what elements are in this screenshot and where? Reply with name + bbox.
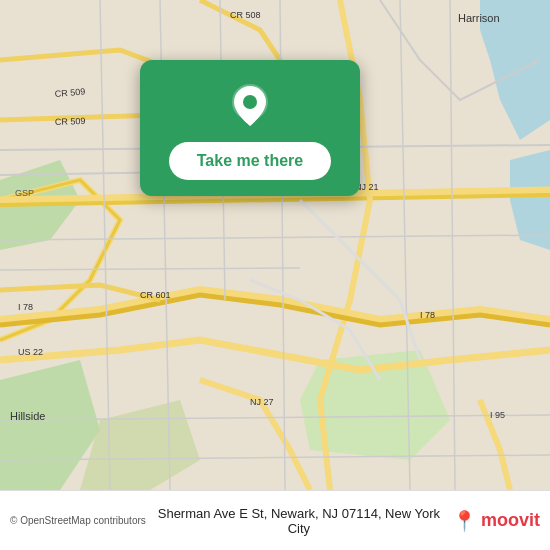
svg-text:I 95: I 95 [490, 410, 505, 420]
svg-text:I 78: I 78 [18, 302, 33, 312]
svg-point-34 [243, 95, 257, 109]
svg-text:CR 509: CR 509 [55, 116, 86, 127]
take-me-there-button[interactable]: Take me there [169, 142, 331, 180]
bottom-bar: © OpenStreetMap contributors Sherman Ave… [0, 490, 550, 550]
moovit-brand: 📍 moovit [452, 509, 540, 533]
svg-text:US 22: US 22 [18, 347, 43, 357]
svg-text:CR 601: CR 601 [140, 290, 171, 300]
address-text: Sherman Ave E St, Newark, NJ 07114, New … [154, 506, 444, 536]
navigation-card[interactable]: Take me there [140, 60, 360, 196]
map-container: Newark Harrison Hillside CR 509 CR 509 C… [0, 0, 550, 490]
svg-text:I 78: I 78 [420, 310, 435, 320]
openstreetmap-credit: © OpenStreetMap contributors [10, 515, 146, 526]
location-pin-icon [224, 80, 276, 132]
svg-text:Harrison: Harrison [458, 12, 500, 24]
svg-text:Hillside: Hillside [10, 410, 45, 422]
svg-text:NJ 27: NJ 27 [250, 397, 274, 407]
moovit-brand-label: moovit [481, 510, 540, 531]
svg-text:GSP: GSP [15, 188, 34, 198]
svg-text:CR 508: CR 508 [230, 10, 261, 20]
moovit-pin-icon: 📍 [452, 509, 477, 533]
